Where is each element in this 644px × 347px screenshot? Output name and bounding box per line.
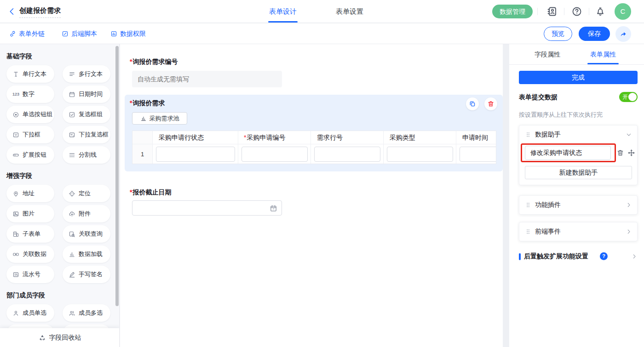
sidebar-item-member-single[interactable]: 成员单选 <box>6 304 54 322</box>
sidebar-item-member-multi[interactable]: 成员多选 <box>63 304 110 322</box>
sidebar-item-signature[interactable]: 手写签名 <box>63 266 110 283</box>
deadline-date-input[interactable]: 7 <box>132 200 282 216</box>
sidebar-item-multi-text[interactable]: 多行文本 <box>63 65 110 83</box>
preview-button[interactable]: 预览 <box>544 27 572 41</box>
share-button[interactable] <box>615 26 631 42</box>
data-permission-link[interactable]: 数据权限 <box>110 23 146 44</box>
column-label: 申请时间 <box>462 134 488 141</box>
request-no-input[interactable] <box>132 71 282 87</box>
sidebar-item-subform[interactable]: 子表单 <box>6 225 54 243</box>
sidebar-item-multi-dropdown[interactable]: 下拉复选框 <box>63 126 110 143</box>
sidebar-item-datetime[interactable]: 日期时间 <box>63 85 110 103</box>
submit-data-toggle[interactable]: 开 <box>619 92 638 102</box>
subform-header-row: 采购申请行状态 *采购申请编号 需求行号 采购类型 申请时间 <box>132 131 496 144</box>
tab-form-design[interactable]: 表单设计 <box>262 0 304 23</box>
drag-handle-icon[interactable] <box>525 131 531 138</box>
copy-icon <box>469 100 476 108</box>
tabs-divider <box>509 64 644 65</box>
tab-field-properties[interactable]: 字段属性 <box>522 44 573 64</box>
sidebar-item-image[interactable]: 图片 <box>6 205 54 222</box>
sidebar-item-checkbox-group[interactable]: 复选框组 <box>63 106 110 123</box>
sidebar-item-relation-query[interactable]: 关联查询 <box>63 225 110 243</box>
multiline-text-icon <box>69 71 75 78</box>
back-icon[interactable] <box>7 7 17 16</box>
cell-input-line-no[interactable] <box>314 147 380 162</box>
cell-input-time[interactable] <box>460 147 496 162</box>
help-icon[interactable] <box>571 6 582 17</box>
assistant-item[interactable]: 修改采购申请状态 <box>525 146 611 160</box>
execution-order-hint: 按设置顺序从上往下依次执行完 <box>519 111 603 119</box>
new-assistant-button[interactable]: 新建数据助手 <box>525 166 632 179</box>
backend-script-link[interactable]: 后端脚本 <box>62 23 97 44</box>
sidebar-item-attachment[interactable]: 附件 <box>63 205 110 222</box>
required-star: * <box>130 188 132 196</box>
table-cell <box>456 144 496 164</box>
calendar-icon <box>69 91 75 98</box>
submit-data-label: 表单提交数据 <box>519 93 558 102</box>
subform-icon <box>12 231 19 238</box>
sidebar-item-data-load[interactable]: 数据加载 <box>63 245 110 263</box>
radio-icon <box>12 111 19 118</box>
drag-handle-icon[interactable] <box>525 202 531 208</box>
header-divider <box>564 8 564 15</box>
question-circle-icon[interactable]: ? <box>600 252 608 260</box>
chevron-down-icon <box>626 131 632 138</box>
table-cell <box>311 144 384 164</box>
sidebar-item-geolocate[interactable]: 定位 <box>63 185 110 202</box>
frontend-event-header[interactable]: 前端事件 <box>519 222 637 241</box>
calendar-icon: 7 <box>270 205 277 212</box>
sidebar-item-dropdown[interactable]: 下拉框 <box>6 126 54 143</box>
sidebar-item-relation-data[interactable]: 关联数据 <box>6 245 54 263</box>
plugin-header[interactable]: 功能插件 <box>519 196 637 214</box>
sidebar-item-serial-number[interactable]: 流水号 <box>6 266 54 283</box>
save-button[interactable]: 保存 <box>579 27 610 41</box>
notification-bell-icon[interactable] <box>595 6 606 17</box>
button-pill-icon <box>12 152 19 159</box>
table-cell <box>238 144 311 164</box>
data-assistant-header[interactable]: 数据助手 <box>519 125 637 144</box>
sidebar-item-radio-group[interactable]: 单选按钮组 <box>6 106 54 123</box>
post-trigger-settings[interactable]: 后置触发扩展功能设置 ? <box>519 252 638 262</box>
table-cell <box>153 144 238 164</box>
form-design-canvas: *询报价需求编号 *询报价需求 采购需求池 采购申请行状态 *采购申请编号 需求… <box>120 44 503 347</box>
done-button[interactable]: 完成 <box>519 71 638 84</box>
contact-book-icon[interactable] <box>546 6 558 17</box>
delete-field-button[interactable] <box>484 97 497 110</box>
cell-input-request-no[interactable] <box>242 147 308 162</box>
table-cell <box>384 144 456 164</box>
top-header: 创建报价需求 表单设计 表单设置 数据管理 C <box>0 0 644 23</box>
tab-form-properties[interactable]: 表单属性 <box>578 44 628 64</box>
column-header: *采购申请编号 <box>238 131 311 144</box>
blue-accent-bar <box>519 253 521 260</box>
post-trigger-label: 后置触发扩展功能设置 <box>524 252 588 261</box>
sidebar-item-address[interactable]: 地址 <box>6 185 54 202</box>
field-label: 数字 <box>23 90 34 98</box>
copy-field-button[interactable] <box>466 97 479 110</box>
tab-form-settings[interactable]: 表单设置 <box>329 0 370 23</box>
cell-input-type[interactable] <box>387 147 453 162</box>
plugin-title: 功能插件 <box>535 201 561 209</box>
data-manage-button[interactable]: 数据管理 <box>492 5 533 18</box>
field-label: 手写签名 <box>79 270 103 279</box>
field-recycle-bin[interactable]: 字段回收站 <box>0 328 120 347</box>
signature-pen-icon <box>69 271 75 278</box>
delete-assistant-icon[interactable] <box>616 149 624 157</box>
user-avatar[interactable]: C <box>615 3 631 20</box>
sidebar-item-number[interactable]: 123数字 <box>6 85 54 103</box>
form-external-link[interactable]: 表单外链 <box>9 23 45 44</box>
move-assistant-icon[interactable] <box>627 149 635 157</box>
page-title[interactable]: 创建报价需求 <box>19 6 61 18</box>
subform-section-selected[interactable]: *询报价需求 采购需求池 采购申请行状态 *采购申请编号 需求行号 采购类型 申… <box>125 95 503 171</box>
trash-icon <box>487 100 494 108</box>
column-header: 采购申请行状态 <box>153 131 238 144</box>
text-cursor-icon <box>12 71 19 78</box>
sidebar-item-extend-button[interactable]: 扩展按钮 <box>6 146 54 164</box>
purchase-pool-button[interactable]: 采购需求池 <box>132 112 187 125</box>
sidebar-scrollbar-thumb[interactable] <box>115 46 119 306</box>
drag-handle-icon[interactable] <box>525 228 531 235</box>
sidebar-item-divider[interactable]: 分割线 <box>63 146 110 164</box>
active-tab-underline <box>268 21 298 23</box>
label-text: 询报价需求编号 <box>132 58 178 65</box>
sidebar-item-single-text[interactable]: 单行文本 <box>6 65 54 83</box>
cell-input-status[interactable] <box>156 147 235 162</box>
